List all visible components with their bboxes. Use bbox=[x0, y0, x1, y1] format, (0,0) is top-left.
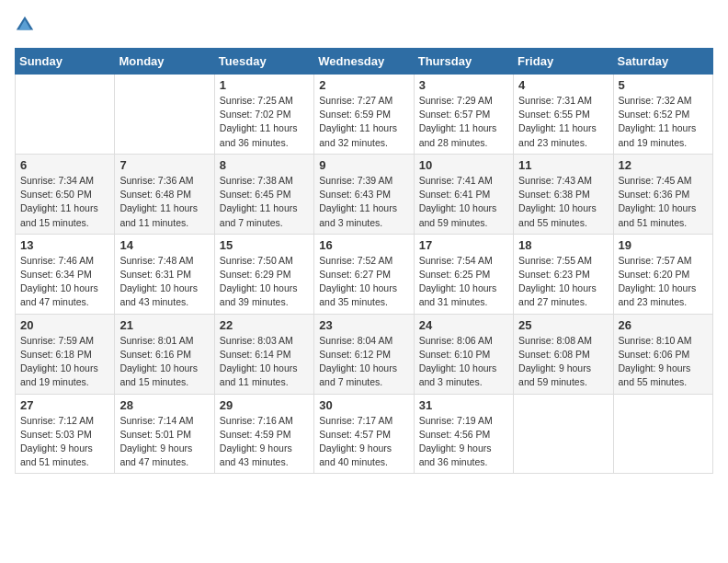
calendar-table: SundayMondayTuesdayWednesdayThursdayFrid… bbox=[15, 48, 713, 474]
day-info: Sunrise: 7:45 AMSunset: 6:36 PMDaylight:… bbox=[619, 174, 708, 230]
day-info: Sunrise: 7:48 AMSunset: 6:31 PMDaylight:… bbox=[119, 254, 209, 310]
col-header-wednesday: Wednesday bbox=[314, 49, 414, 75]
day-info: Sunrise: 7:31 AMSunset: 6:55 PMDaylight:… bbox=[518, 94, 608, 150]
day-info: Sunrise: 7:46 AMSunset: 6:34 PMDaylight:… bbox=[20, 254, 109, 310]
day-number: 6 bbox=[20, 158, 109, 172]
day-info: Sunrise: 7:29 AMSunset: 6:57 PMDaylight:… bbox=[419, 94, 508, 150]
calendar-cell: 21Sunrise: 8:01 AMSunset: 6:16 PMDayligh… bbox=[115, 314, 214, 394]
day-number: 4 bbox=[518, 78, 608, 92]
day-number: 12 bbox=[619, 158, 708, 172]
calendar-cell: 10Sunrise: 7:41 AMSunset: 6:41 PMDayligh… bbox=[414, 154, 513, 234]
day-info: Sunrise: 7:34 AMSunset: 6:50 PMDaylight:… bbox=[20, 174, 109, 230]
day-number: 8 bbox=[220, 158, 309, 172]
calendar-week-row: 6Sunrise: 7:34 AMSunset: 6:50 PMDaylight… bbox=[16, 154, 713, 234]
logo-icon bbox=[15, 15, 35, 35]
day-info: Sunrise: 7:27 AMSunset: 6:59 PMDaylight:… bbox=[319, 94, 408, 150]
day-info: Sunrise: 7:50 AMSunset: 6:29 PMDaylight:… bbox=[220, 254, 309, 310]
day-number: 30 bbox=[319, 398, 408, 412]
calendar-cell: 29Sunrise: 7:16 AMSunset: 4:59 PMDayligh… bbox=[214, 394, 313, 474]
calendar-cell: 5Sunrise: 7:32 AMSunset: 6:52 PMDaylight… bbox=[613, 75, 712, 155]
calendar-header-row: SundayMondayTuesdayWednesdayThursdayFrid… bbox=[16, 49, 713, 75]
day-info: Sunrise: 7:38 AMSunset: 6:45 PMDaylight:… bbox=[220, 174, 309, 230]
day-info: Sunrise: 7:59 AMSunset: 6:18 PMDaylight:… bbox=[20, 334, 109, 390]
col-header-tuesday: Tuesday bbox=[214, 49, 313, 75]
day-info: Sunrise: 8:06 AMSunset: 6:10 PMDaylight:… bbox=[419, 334, 508, 390]
day-info: Sunrise: 8:04 AMSunset: 6:12 PMDaylight:… bbox=[319, 334, 408, 390]
day-number: 19 bbox=[619, 238, 708, 252]
calendar-cell: 24Sunrise: 8:06 AMSunset: 6:10 PMDayligh… bbox=[414, 314, 513, 394]
day-info: Sunrise: 7:55 AMSunset: 6:23 PMDaylight:… bbox=[518, 254, 608, 310]
day-number: 25 bbox=[518, 318, 608, 332]
calendar-cell: 13Sunrise: 7:46 AMSunset: 6:34 PMDayligh… bbox=[16, 234, 115, 314]
calendar-cell: 19Sunrise: 7:57 AMSunset: 6:20 PMDayligh… bbox=[613, 234, 712, 314]
day-info: Sunrise: 8:08 AMSunset: 6:08 PMDaylight:… bbox=[518, 334, 608, 390]
day-number: 10 bbox=[419, 158, 508, 172]
day-info: Sunrise: 8:10 AMSunset: 6:06 PMDaylight:… bbox=[619, 334, 708, 390]
day-number: 26 bbox=[619, 318, 708, 332]
calendar-cell: 4Sunrise: 7:31 AMSunset: 6:55 PMDaylight… bbox=[514, 75, 613, 155]
day-number: 9 bbox=[319, 158, 408, 172]
day-info: Sunrise: 7:36 AMSunset: 6:48 PMDaylight:… bbox=[119, 174, 209, 230]
logo bbox=[15, 15, 37, 39]
day-number: 17 bbox=[419, 238, 508, 252]
day-number: 16 bbox=[319, 238, 408, 252]
day-number: 21 bbox=[119, 318, 209, 332]
day-number: 3 bbox=[419, 78, 508, 92]
calendar-cell: 27Sunrise: 7:12 AMSunset: 5:03 PMDayligh… bbox=[16, 394, 115, 474]
calendar-cell: 12Sunrise: 7:45 AMSunset: 6:36 PMDayligh… bbox=[613, 154, 712, 234]
day-info: Sunrise: 7:32 AMSunset: 6:52 PMDaylight:… bbox=[619, 94, 708, 150]
calendar-cell: 14Sunrise: 7:48 AMSunset: 6:31 PMDayligh… bbox=[115, 234, 214, 314]
calendar-cell: 9Sunrise: 7:39 AMSunset: 6:43 PMDaylight… bbox=[314, 154, 414, 234]
day-number: 1 bbox=[220, 78, 309, 92]
calendar-cell: 16Sunrise: 7:52 AMSunset: 6:27 PMDayligh… bbox=[314, 234, 414, 314]
day-info: Sunrise: 8:01 AMSunset: 6:16 PMDaylight:… bbox=[119, 334, 209, 390]
calendar-cell: 2Sunrise: 7:27 AMSunset: 6:59 PMDaylight… bbox=[314, 75, 414, 155]
day-number: 28 bbox=[119, 398, 209, 412]
calendar-cell: 7Sunrise: 7:36 AMSunset: 6:48 PMDaylight… bbox=[115, 154, 214, 234]
day-info: Sunrise: 7:25 AMSunset: 7:02 PMDaylight:… bbox=[220, 94, 309, 150]
calendar-cell: 15Sunrise: 7:50 AMSunset: 6:29 PMDayligh… bbox=[214, 234, 313, 314]
logo-block bbox=[15, 15, 35, 39]
day-number: 2 bbox=[319, 78, 408, 92]
calendar-week-row: 20Sunrise: 7:59 AMSunset: 6:18 PMDayligh… bbox=[16, 314, 713, 394]
calendar-cell: 8Sunrise: 7:38 AMSunset: 6:45 PMDaylight… bbox=[214, 154, 313, 234]
day-number: 13 bbox=[20, 238, 109, 252]
day-info: Sunrise: 7:39 AMSunset: 6:43 PMDaylight:… bbox=[319, 174, 408, 230]
day-info: Sunrise: 7:54 AMSunset: 6:25 PMDaylight:… bbox=[419, 254, 508, 310]
calendar-cell: 28Sunrise: 7:14 AMSunset: 5:01 PMDayligh… bbox=[115, 394, 214, 474]
day-info: Sunrise: 7:43 AMSunset: 6:38 PMDaylight:… bbox=[518, 174, 608, 230]
calendar-cell: 30Sunrise: 7:17 AMSunset: 4:57 PMDayligh… bbox=[314, 394, 414, 474]
day-info: Sunrise: 7:14 AMSunset: 5:01 PMDaylight:… bbox=[119, 414, 209, 470]
calendar-cell: 3Sunrise: 7:29 AMSunset: 6:57 PMDaylight… bbox=[414, 75, 513, 155]
day-number: 15 bbox=[220, 238, 309, 252]
day-number: 18 bbox=[518, 238, 608, 252]
calendar-cell: 18Sunrise: 7:55 AMSunset: 6:23 PMDayligh… bbox=[514, 234, 613, 314]
day-number: 31 bbox=[419, 398, 508, 412]
day-number: 20 bbox=[20, 318, 109, 332]
day-info: Sunrise: 7:16 AMSunset: 4:59 PMDaylight:… bbox=[220, 414, 309, 470]
calendar-cell: 11Sunrise: 7:43 AMSunset: 6:38 PMDayligh… bbox=[514, 154, 613, 234]
day-info: Sunrise: 8:03 AMSunset: 6:14 PMDaylight:… bbox=[220, 334, 309, 390]
calendar-cell bbox=[613, 394, 712, 474]
col-header-monday: Monday bbox=[115, 49, 214, 75]
day-number: 22 bbox=[220, 318, 309, 332]
calendar-cell: 22Sunrise: 8:03 AMSunset: 6:14 PMDayligh… bbox=[214, 314, 313, 394]
calendar-cell: 1Sunrise: 7:25 AMSunset: 7:02 PMDaylight… bbox=[214, 75, 313, 155]
day-number: 27 bbox=[20, 398, 109, 412]
day-number: 29 bbox=[220, 398, 309, 412]
day-info: Sunrise: 7:17 AMSunset: 4:57 PMDaylight:… bbox=[319, 414, 408, 470]
col-header-thursday: Thursday bbox=[414, 49, 513, 75]
calendar-week-row: 1Sunrise: 7:25 AMSunset: 7:02 PMDaylight… bbox=[16, 75, 713, 155]
col-header-saturday: Saturday bbox=[613, 49, 712, 75]
page-header bbox=[15, 15, 713, 39]
day-info: Sunrise: 7:41 AMSunset: 6:41 PMDaylight:… bbox=[419, 174, 508, 230]
day-number: 11 bbox=[518, 158, 608, 172]
day-info: Sunrise: 7:52 AMSunset: 6:27 PMDaylight:… bbox=[319, 254, 408, 310]
calendar-cell: 31Sunrise: 7:19 AMSunset: 4:56 PMDayligh… bbox=[414, 394, 513, 474]
col-header-sunday: Sunday bbox=[16, 49, 115, 75]
calendar-cell: 20Sunrise: 7:59 AMSunset: 6:18 PMDayligh… bbox=[16, 314, 115, 394]
day-info: Sunrise: 7:19 AMSunset: 4:56 PMDaylight:… bbox=[419, 414, 508, 470]
day-number: 23 bbox=[319, 318, 408, 332]
day-number: 5 bbox=[619, 78, 708, 92]
col-header-friday: Friday bbox=[514, 49, 613, 75]
